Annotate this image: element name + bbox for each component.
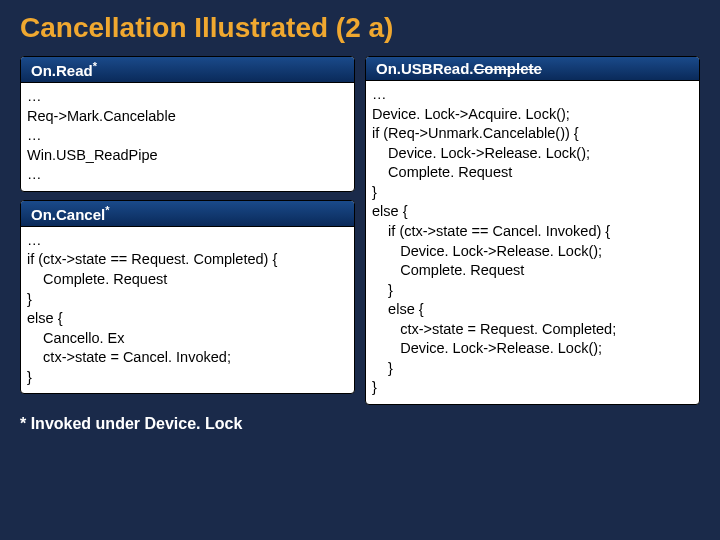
slide-title: Cancellation Illustrated (2 a)	[20, 12, 700, 44]
onread-header: On.Read*	[21, 57, 354, 83]
oncancel-header: On.Cancel*	[21, 201, 354, 227]
oncancel-header-main: On.Cancel	[31, 206, 105, 223]
oncancel-header-star: *	[105, 204, 109, 216]
footnote: * Invoked under Device. Lock	[20, 415, 700, 433]
left-column: On.Read* … Req->Mark.Cancelable … Win.US…	[20, 56, 355, 405]
onusb-header-main: On.USBRead.	[376, 60, 474, 77]
oncancel-box: On.Cancel* … if (ctx->state == Request. …	[20, 200, 355, 395]
onusb-header-strike: Complete	[474, 60, 542, 77]
columns: On.Read* … Req->Mark.Cancelable … Win.US…	[20, 56, 700, 405]
onread-body: … Req->Mark.Cancelable … Win.USB_ReadPip…	[21, 83, 354, 191]
onusb-box: On.USBRead.Complete … Device. Lock->Acqu…	[365, 56, 700, 405]
onusb-body: … Device. Lock->Acquire. Lock(); if (Req…	[366, 81, 699, 404]
onread-box: On.Read* … Req->Mark.Cancelable … Win.US…	[20, 56, 355, 192]
onusb-header: On.USBRead.Complete	[366, 57, 699, 81]
oncancel-body: … if (ctx->state == Request. Completed) …	[21, 227, 354, 394]
onread-header-main: On.Read	[31, 62, 93, 79]
right-column: On.USBRead.Complete … Device. Lock->Acqu…	[365, 56, 700, 405]
onread-header-star: *	[93, 60, 97, 72]
